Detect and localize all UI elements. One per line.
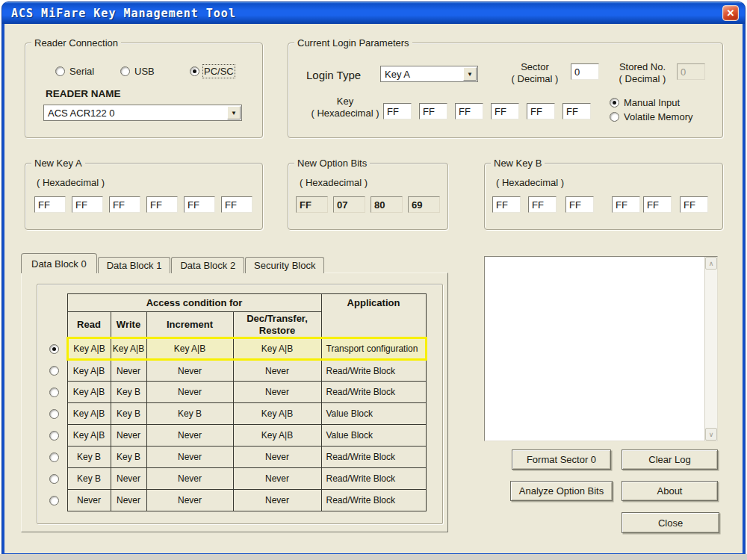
- access-cell: Key A|B: [233, 403, 321, 425]
- format-sector-button[interactable]: Format Sector 0: [512, 449, 611, 470]
- tab-data-block-2[interactable]: Data Block 2: [171, 257, 244, 273]
- login-key-byte-input[interactable]: [562, 103, 591, 119]
- new-key-a-title: New Key A: [31, 158, 85, 169]
- radio-pcsc-icon: [190, 66, 199, 76]
- access-cell: Key B: [111, 382, 146, 403]
- new-key-a-byte-input[interactable]: [184, 196, 215, 213]
- row-select-radio[interactable]: [42, 468, 67, 490]
- new-key-b-byte-input[interactable]: [565, 196, 594, 213]
- login-key-byte-input[interactable]: [491, 103, 519, 119]
- new-key-b-byte-input[interactable]: [492, 196, 521, 213]
- log-scrollbar[interactable]: ∧ ∨: [704, 257, 717, 441]
- radio-usb[interactable]: USB: [120, 66, 155, 77]
- new-key-b-byte-input[interactable]: [528, 196, 557, 213]
- new-key-a-byte-input[interactable]: [72, 196, 103, 213]
- scroll-up-icon: ∧: [709, 260, 714, 267]
- access-cell: Key A|B: [146, 338, 233, 360]
- row-select-radio[interactable]: [42, 338, 67, 360]
- access-cell: Never: [111, 425, 146, 447]
- new-option-bits-title: New Option Bits: [294, 158, 370, 169]
- access-cell: Never: [146, 490, 233, 511]
- access-cell: Never: [146, 468, 233, 490]
- new-key-a-byte-input[interactable]: [109, 196, 140, 213]
- login-key-byte-input[interactable]: [383, 103, 412, 119]
- radio-manual-input-icon: [610, 98, 619, 108]
- scroll-down-button[interactable]: ∨: [705, 428, 717, 441]
- application-cell: Read/Write Block: [321, 382, 426, 403]
- application-cell: Read/Write Block: [321, 447, 426, 468]
- close-window-button[interactable]: ✕: [722, 5, 739, 21]
- reader-name-label: READER NAME: [46, 88, 121, 99]
- tab-data-block-1[interactable]: Data Block 1: [98, 257, 171, 273]
- stored-no-input: [677, 63, 705, 80]
- access-cell: Never: [233, 490, 321, 511]
- access-table-body: Key A|BKey A|BKey A|BKey A|BTransport co…: [42, 338, 426, 511]
- reader-name-combobox[interactable]: ACS ACR122 0 ▼: [43, 105, 242, 121]
- option-bit-field: [371, 196, 403, 213]
- analyze-option-bits-button[interactable]: Analyze Option Bits: [510, 481, 613, 501]
- login-key-byte-input[interactable]: [527, 103, 555, 119]
- application-cell: Read/Write Block: [321, 490, 426, 511]
- chevron-down-icon[interactable]: ▼: [463, 67, 477, 81]
- radio-manual-input[interactable]: Manual Input: [610, 97, 680, 108]
- new-key-b-group: New Key B ( Hexadecimal ): [484, 163, 723, 230]
- row-select-radio[interactable]: [42, 382, 67, 403]
- col-header-read: Read: [67, 312, 111, 338]
- new-key-b-byte-input[interactable]: [643, 196, 672, 213]
- reader-connection-title: Reader Connection: [31, 37, 121, 49]
- radio-serial-icon: [55, 66, 65, 76]
- read-cell: Never: [67, 490, 111, 511]
- login-type-combobox[interactable]: Key A ▼: [380, 66, 478, 82]
- access-cell: Key A|B: [233, 338, 321, 360]
- access-cell: Never: [146, 447, 233, 468]
- radio-volatile-memory-icon: [610, 112, 619, 122]
- close-icon: ✕: [727, 8, 735, 18]
- tab-security-block[interactable]: Security Block: [245, 257, 324, 273]
- row-select-radio[interactable]: [42, 425, 67, 447]
- access-cell: Never: [146, 425, 233, 447]
- about-button[interactable]: About: [622, 481, 718, 501]
- row-select-radio[interactable]: [42, 490, 67, 511]
- tab-data-block-0[interactable]: Data Block 0: [21, 253, 97, 273]
- scroll-up-button[interactable]: ∧: [705, 257, 717, 270]
- access-cell: Key A|B: [233, 425, 321, 447]
- scroll-down-icon: ∨: [709, 431, 714, 438]
- login-type-value: Key A: [385, 69, 463, 80]
- login-type-label: Login Type: [306, 69, 361, 81]
- clear-log-button[interactable]: Clear Log: [622, 449, 718, 470]
- login-parameters-group: Current Login Parameters Login Type Key …: [288, 43, 723, 138]
- row-select-radio[interactable]: [42, 403, 67, 425]
- col-header-write: Write: [111, 312, 146, 338]
- radio-volatile-memory[interactable]: Volatile Memory: [610, 111, 692, 122]
- application-cell: Transport configuration: [321, 338, 426, 360]
- new-key-a-byte-input[interactable]: [221, 196, 252, 213]
- row-radio-icon: [49, 409, 59, 419]
- read-cell: Key B: [67, 447, 111, 468]
- radio-pcsc[interactable]: PC/SC: [190, 66, 234, 77]
- new-key-a-byte-input[interactable]: [146, 196, 178, 213]
- chevron-down-icon[interactable]: ▼: [227, 106, 241, 119]
- row-radio-icon: [49, 474, 59, 484]
- option-bit-field: [408, 196, 440, 213]
- close-button[interactable]: Close: [622, 512, 719, 533]
- new-key-b-byte-input[interactable]: [680, 196, 708, 213]
- new-key-a-byte-input[interactable]: [34, 196, 66, 213]
- access-cell: Never: [233, 382, 321, 403]
- row-select-radio[interactable]: [42, 447, 67, 468]
- access-cell: Never: [111, 468, 146, 490]
- sector-input[interactable]: [571, 63, 599, 80]
- application-cell: Value Block: [321, 403, 426, 425]
- row-select-radio[interactable]: [42, 360, 67, 382]
- row-radio-icon: [49, 496, 59, 505]
- window-title: ACS MiFare Key Management Tool: [11, 7, 236, 20]
- access-cell: Never: [146, 360, 233, 382]
- access-cell: Key B: [146, 403, 233, 425]
- login-key-byte-input[interactable]: [455, 103, 483, 119]
- log-text-area[interactable]: [485, 257, 704, 441]
- radio-serial[interactable]: Serial: [55, 66, 94, 77]
- new-key-b-byte-input[interactable]: [612, 196, 640, 213]
- key-hex-label: Key ( Hexadecimal ): [309, 96, 381, 120]
- dialog-client-area: Reader Connection Serial USB PC/SC READE…: [4, 24, 743, 553]
- login-key-byte-input[interactable]: [419, 103, 447, 119]
- application-cell: Read/Write Block: [321, 468, 426, 490]
